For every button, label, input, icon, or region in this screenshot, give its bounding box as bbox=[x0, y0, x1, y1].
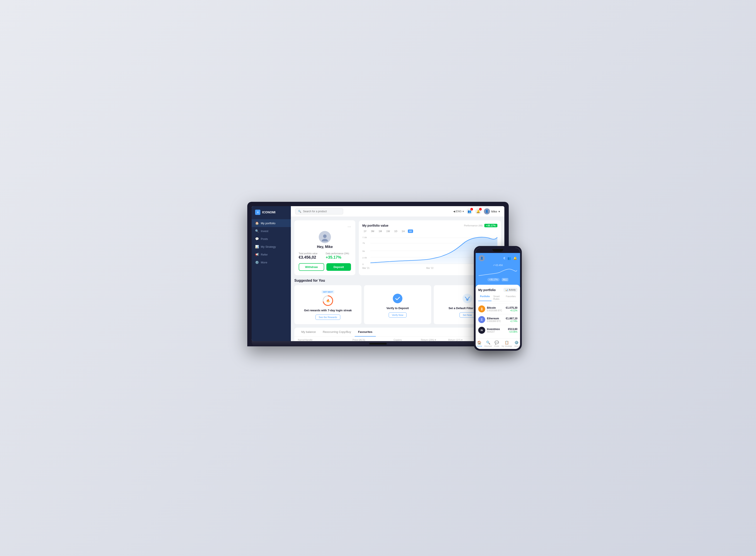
total-label: Total portfolio value bbox=[299, 252, 324, 255]
bell-notification-btn[interactable]: 🔔 2 bbox=[475, 208, 481, 214]
withdraw-button[interactable]: Withdraw bbox=[299, 263, 324, 271]
search-input[interactable] bbox=[303, 210, 340, 213]
phone-asset-row-bitcoin: ₿ Bitcoin 0.9320388 BTC €1.075,30 +8.12% bbox=[478, 304, 518, 314]
logo-icon: Ⅱ bbox=[255, 210, 260, 215]
portfolio-actions: Withdraw Deposit bbox=[299, 263, 351, 271]
daily-value: +35.17% bbox=[326, 255, 351, 260]
sidebar-item-my-strategy[interactable]: 📊 My Strategy bbox=[252, 243, 291, 250]
user-avatar: 👤 bbox=[484, 208, 490, 214]
sidebar: Ⅱ ICONOMI 🏠 My portfolio 🔍 Invest 💬 bbox=[252, 206, 291, 341]
sidebar-item-invest[interactable]: 🔍 Invest bbox=[252, 227, 291, 235]
phone-portfolio-section: My portfolio 📊 Activity Portfolio Smart … bbox=[475, 285, 520, 339]
tab-reoccurring[interactable]: Reoccurring Copy/Buy bbox=[319, 327, 355, 337]
chart-tab-3m[interactable]: 3M bbox=[369, 230, 375, 233]
phone-perf-all: ALL bbox=[502, 278, 508, 281]
suggestion-title-0: Get rewards with 7-day login streak bbox=[298, 309, 358, 312]
sidebar-label-my-strategy: My Strategy bbox=[261, 245, 276, 248]
phone-section-header: My portfolio 📊 Activity bbox=[478, 288, 518, 292]
discover-nav-icon: 🔍 bbox=[486, 341, 490, 345]
phone-header-top: 👤 € 👥 🔔 bbox=[479, 255, 517, 261]
section-title: Suggested for You bbox=[294, 279, 325, 283]
phone-header-icons: € 👥 🔔 bbox=[503, 256, 517, 260]
verify-now-button[interactable]: Verify Now bbox=[389, 312, 407, 318]
home-icon: 🏠 bbox=[255, 221, 259, 225]
eth-icon: Ξ bbox=[478, 316, 485, 323]
svg-text:0: 0 bbox=[362, 263, 364, 265]
phone-nav-my-strategy[interactable]: 📋 My Strategy bbox=[501, 341, 512, 347]
search-box[interactable]: 🔍 bbox=[295, 208, 343, 214]
inv-icon: IN bbox=[478, 327, 485, 334]
chart-label-mar21: Mar '21 bbox=[362, 267, 369, 269]
phone-asset-left-eth: Ξ Ethereum 0.000388 BTC bbox=[478, 316, 501, 323]
tab-my-balance[interactable]: My balance bbox=[298, 327, 319, 337]
phone-asset-left-btc: ₿ Bitcoin 0.9320388 BTC bbox=[478, 306, 502, 312]
posts-nav-icon: 💬 bbox=[495, 341, 499, 345]
more-icon: ⚙️ bbox=[255, 260, 259, 264]
set-now-button[interactable]: Set Now bbox=[459, 312, 475, 318]
chart-tab-1w[interactable]: 1W bbox=[385, 230, 391, 233]
more-nav-label: More bbox=[515, 345, 519, 347]
chart-tab-1h[interactable]: 1H bbox=[400, 230, 406, 233]
user-menu[interactable]: 👤 Mike ▾ bbox=[484, 208, 500, 214]
sidebar-item-refer[interactable]: 📢 Refer bbox=[252, 250, 291, 258]
more-nav-icon: ⚙️ bbox=[515, 341, 519, 345]
suggestion-title-1: Verify to Deposit bbox=[367, 307, 428, 310]
sidebar-item-more[interactable]: ⚙️ More bbox=[252, 258, 291, 266]
laptop-base bbox=[252, 341, 504, 346]
chart-icon-small: 📊 bbox=[505, 289, 508, 291]
sidebar-item-my-portfolio[interactable]: 🏠 My portfolio bbox=[252, 219, 291, 227]
svg-text:7.5k: 7.5k bbox=[362, 236, 367, 239]
search-icon: 🔍 bbox=[298, 210, 301, 213]
inv-value: €513,60 bbox=[508, 327, 518, 331]
svg-text:2.5k: 2.5k bbox=[362, 257, 367, 259]
home-nav-icon: 🏠 bbox=[477, 341, 482, 345]
posts-nav-label: Posts bbox=[494, 345, 499, 347]
phone-tab-favorites[interactable]: Favorites bbox=[504, 294, 518, 301]
filter-icon bbox=[462, 293, 473, 304]
flag-icon: ◀ bbox=[453, 210, 455, 213]
top-section: ⋯ Hey, Mike bbox=[294, 220, 501, 275]
sidebar-label-more: More bbox=[261, 261, 267, 264]
chart-tab-all[interactable]: All bbox=[408, 230, 413, 233]
verify-icon bbox=[392, 293, 403, 304]
phone-balance-label: ↗ €3.456 bbox=[479, 264, 517, 267]
strategy-nav-icon: 📋 bbox=[504, 341, 509, 345]
suggestion-tag-0: GET NEXT bbox=[322, 290, 334, 293]
phone-tab-smart-rules[interactable]: Smart Rules bbox=[492, 294, 504, 301]
phone-nav-discover[interactable]: 🔍 Discover bbox=[484, 341, 492, 347]
btc-change: +8.12% bbox=[506, 309, 518, 312]
daily-label: Daily performance (24h) bbox=[326, 252, 351, 255]
chart-header: My portfolio value Performance (All) +35… bbox=[362, 224, 497, 227]
phone-nav-posts[interactable]: 💬 Posts bbox=[494, 341, 499, 347]
main-content: ⋯ Hey, Mike bbox=[291, 217, 504, 341]
tab-favourites[interactable]: Favourites bbox=[355, 327, 376, 337]
see-rewards-button[interactable]: See the Rewards bbox=[316, 315, 340, 320]
chart-tab-1m[interactable]: 1M bbox=[377, 230, 383, 233]
phone-tabs: Portfolio Smart Rules Favorites bbox=[478, 294, 518, 301]
performance-label: Performance (All) bbox=[464, 224, 483, 227]
sidebar-item-posts[interactable]: 💬 Posts bbox=[252, 235, 291, 243]
phone-asset-right-inv: €513,60 +14.06% bbox=[508, 327, 518, 333]
chart-tabs: 1Y 3M 1M 1W 1D 1H All bbox=[362, 230, 497, 233]
chart-tab-1d[interactable]: 1D bbox=[393, 230, 399, 233]
deposit-button[interactable]: Deposit bbox=[326, 263, 351, 271]
total-value: €3.456,02 bbox=[299, 255, 324, 260]
performance-badge: +35.17% bbox=[484, 224, 497, 227]
user-chevron-icon: ▾ bbox=[498, 210, 500, 213]
lang-selector[interactable]: ◀ ENG ▾ bbox=[453, 210, 464, 213]
bell-badge: 2 bbox=[479, 208, 482, 210]
phone-tab-portfolio[interactable]: Portfolio bbox=[478, 294, 492, 301]
card-menu-btn[interactable]: ⋯ bbox=[348, 225, 351, 229]
strategy-nav-label: My Strategy bbox=[501, 345, 512, 347]
phone-screen: 👤 € 👥 🔔 ↗ €3.456 bbox=[475, 248, 520, 349]
chart-performance: Performance (All) +35.17% bbox=[464, 224, 497, 227]
phone-perf-row: +35.17% ALL bbox=[479, 278, 517, 281]
svg-point-1 bbox=[323, 235, 327, 238]
phone-activity-btn[interactable]: 📊 Activity bbox=[503, 288, 518, 292]
phone-nav-home[interactable]: 🏠 Home bbox=[477, 341, 482, 347]
phone-nav-more[interactable]: ⚙️ More bbox=[515, 341, 519, 347]
phone-mockup: 👤 € 👥 🔔 ↗ €3.456 bbox=[474, 246, 522, 351]
col-return-1y: Return (1Y) ▾ bbox=[448, 339, 475, 341]
users-notification-btn[interactable]: 👥 1 bbox=[466, 208, 472, 214]
chart-tab-1y[interactable]: 1Y bbox=[362, 230, 368, 233]
